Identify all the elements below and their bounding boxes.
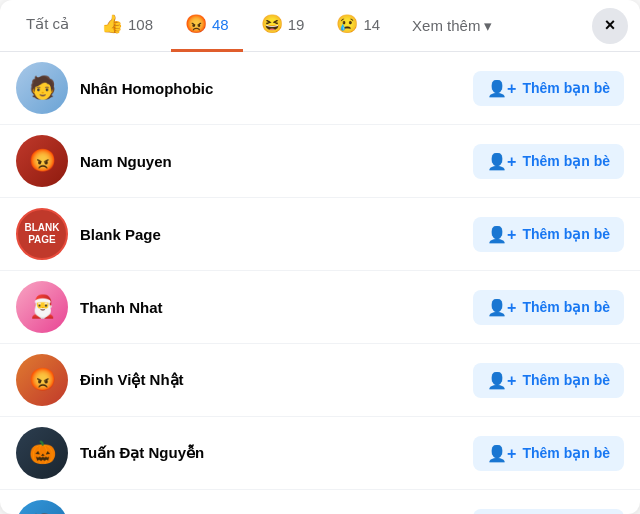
avatar: 🧑	[16, 62, 68, 114]
sad-emoji: 😢	[336, 13, 358, 35]
tab-sad[interactable]: 😢 14	[322, 0, 394, 52]
user-name: Tuấn Đạt Nguyễn	[80, 444, 461, 462]
list-item: 😡 Nam Nguyen 👤+ Thêm bạn bè	[0, 125, 640, 198]
add-friend-label: Thêm bạn bè	[522, 226, 610, 242]
list-item: BLANKPAGE Blank Page 👤+ Thêm bạn bè	[0, 198, 640, 271]
tab-bar: Tất cả 👍 108 😡 48 😆 19 😢 14 Xem thêm ▾ ×	[0, 0, 640, 52]
add-friend-button[interactable]: 👤+ Thêm bạn bè	[473, 290, 624, 325]
user-name: Blank Page	[80, 226, 461, 243]
list-item: 😡 Đinh Việt Nhật 👤+ Thêm bạn bè	[0, 344, 640, 417]
tab-angry-count: 48	[212, 16, 229, 33]
add-friend-icon: 👤+	[487, 444, 516, 463]
add-friend-button[interactable]: 👤+ Thêm bạn bè	[473, 363, 624, 398]
user-list: 🧑 Nhân Homophobic 👤+ Thêm bạn bè 😡 Nam N…	[0, 52, 640, 514]
add-friend-icon: 👤+	[487, 298, 516, 317]
list-item: 🎅 Thanh Nhat 👤+ Thêm bạn bè	[0, 271, 640, 344]
tab-like-count: 108	[128, 16, 153, 33]
add-friend-label: Thêm bạn bè	[522, 153, 610, 169]
add-friend-label: Thêm bạn bè	[522, 372, 610, 388]
see-more-tab[interactable]: Xem thêm ▾	[398, 0, 506, 52]
add-friend-button[interactable]: 👤+ Thêm bạn bè	[473, 509, 624, 515]
user-name: Thanh Nhat	[80, 299, 461, 316]
see-more-label: Xem thêm	[412, 17, 480, 34]
user-name: Đinh Việt Nhật	[80, 371, 461, 389]
avatar: 🎅	[16, 281, 68, 333]
tab-like[interactable]: 👍 108	[87, 0, 167, 52]
add-friend-button[interactable]: 👤+ Thêm bạn bè	[473, 144, 624, 179]
list-item: 🧑 Vũ Ngọc Minh 👤+ Thêm bạn bè	[0, 490, 640, 514]
avatar: 🧑	[16, 500, 68, 514]
list-item: 🧑 Nhân Homophobic 👤+ Thêm bạn bè	[0, 52, 640, 125]
tab-all[interactable]: Tất cả	[12, 0, 83, 52]
avatar: 🎃	[16, 427, 68, 479]
tab-angry[interactable]: 😡 48	[171, 0, 243, 52]
add-friend-button[interactable]: 👤+ Thêm bạn bè	[473, 217, 624, 252]
avatar: BLANKPAGE	[16, 208, 68, 260]
add-friend-icon: 👤+	[487, 152, 516, 171]
add-friend-label: Thêm bạn bè	[522, 80, 610, 96]
tab-sad-count: 14	[363, 16, 380, 33]
add-friend-button[interactable]: 👤+ Thêm bạn bè	[473, 71, 624, 106]
add-friend-icon: 👤+	[487, 79, 516, 98]
haha-emoji: 😆	[261, 13, 283, 35]
avatar: 😡	[16, 135, 68, 187]
add-friend-icon: 👤+	[487, 371, 516, 390]
add-friend-label: Thêm bạn bè	[522, 445, 610, 461]
reactions-modal: Tất cả 👍 108 😡 48 😆 19 😢 14 Xem thêm ▾ ×	[0, 0, 640, 514]
list-item: 🎃 Tuấn Đạt Nguyễn 👤+ Thêm bạn bè	[0, 417, 640, 490]
add-friend-button[interactable]: 👤+ Thêm bạn bè	[473, 436, 624, 471]
close-icon: ×	[605, 15, 616, 36]
close-button[interactable]: ×	[592, 8, 628, 44]
tab-all-label: Tất cả	[26, 15, 69, 33]
tab-haha[interactable]: 😆 19	[247, 0, 319, 52]
add-friend-label: Thêm bạn bè	[522, 299, 610, 315]
user-name: Nhân Homophobic	[80, 80, 461, 97]
user-name: Nam Nguyen	[80, 153, 461, 170]
avatar: 😡	[16, 354, 68, 406]
tab-haha-count: 19	[288, 16, 305, 33]
angry-emoji: 😡	[185, 13, 207, 35]
like-emoji: 👍	[101, 13, 123, 35]
chevron-down-icon: ▾	[484, 17, 492, 35]
add-friend-icon: 👤+	[487, 225, 516, 244]
